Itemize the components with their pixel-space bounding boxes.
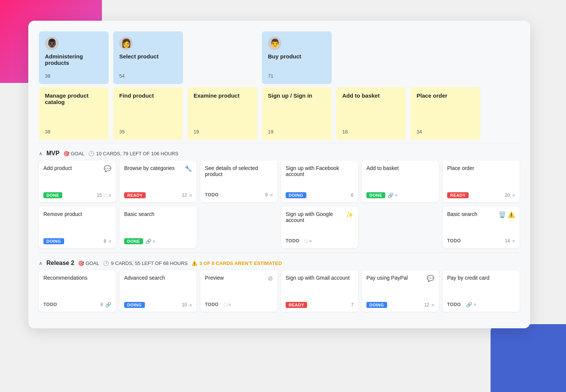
kanban-card-remove-product[interactable]: Remove product DOING 8 ≡ — [39, 207, 116, 248]
kanban-card-advanced-search[interactable]: Advanced search DOING 10 ≡ — [120, 270, 197, 312]
release2-title[interactable]: Release 2 — [46, 260, 74, 266]
kanban-card-basic-search-mvp[interactable]: Basic search DONE 🔗 ≡ — [120, 207, 197, 248]
card-title-basic-search: Basic search — [124, 211, 192, 217]
kanban-card-add-product[interactable]: Add product 💬 DONE 15 □ ≡ — [39, 161, 116, 202]
epic-number-ep1: 38 — [45, 73, 103, 79]
mvp-goal[interactable]: 🎯 GOAL — [63, 151, 85, 156]
badge-todo-preview: TODO — [205, 301, 221, 308]
card-title-signup-fb: Sign up with Facebook account — [286, 165, 354, 177]
count-browse: 12 — [182, 193, 187, 198]
meta-preview: □ ≡ — [224, 302, 231, 308]
meta-credit: 🔗 ≡ — [466, 302, 476, 308]
release2-warning: ⚠️ 3 OF 8 CARDS AREN'T ESTIMATED — [191, 260, 281, 266]
release2-section-header: ∧ Release 2 🎯 GOAL 🕐 9 CARDS, 55 LEFT OF… — [39, 256, 520, 270]
epic-card-manage-catalog[interactable]: Manage product catalog 38 — [39, 87, 109, 140]
kanban-card-place-order[interactable]: Place order READY 20 ≡ — [443, 161, 520, 202]
epic-card-buy-product[interactable]: 👨 Buy product 71 — [262, 31, 332, 84]
meta-rec: 🔗 — [105, 302, 111, 308]
avatar-ep2: 👩 — [119, 37, 133, 50]
epic-card-find-product[interactable]: Find product 35 — [113, 87, 183, 140]
epic-title-ep4b: Sign up / Sign in — [268, 92, 326, 125]
goal-icon-r2: 🎯 — [78, 260, 84, 266]
card-title-remove-product: Remove product — [43, 211, 111, 217]
meta-paypal: ≡ — [431, 302, 434, 308]
mvp-title[interactable]: MVP — [46, 150, 60, 157]
epic-card-administering[interactable]: 👨🏿 Administering products 38 — [39, 31, 109, 84]
epic-card-signup-signin[interactable]: Sign up / Sign in 19 — [262, 87, 332, 140]
count-see-details: 9 — [265, 192, 268, 198]
clock-icon-r2: 🕐 — [103, 260, 109, 266]
card-icon-browse: 🔧 — [185, 165, 192, 172]
count-signup-fb: 6 — [351, 193, 354, 198]
release2-warning-label: 3 OF 8 CARDS AREN'T ESTIMATED — [199, 260, 281, 266]
card-title-add-product: Add product — [43, 165, 102, 171]
avatar-ep4: 👨 — [268, 37, 281, 50]
count-paypal: 12 — [424, 302, 429, 308]
card-icon-signup-google: ✨ — [346, 211, 354, 218]
epic-card-examine-product[interactable]: Examine product 19 — [188, 87, 257, 140]
kanban-card-preview[interactable]: Preview ⊘ TODO □ ≡ — [200, 270, 277, 312]
epic-title-ep2: Select product — [119, 53, 177, 69]
badge-done-basic-search: DONE — [124, 238, 143, 244]
avatar-ep1: 👨🏿 — [45, 37, 58, 50]
kanban-card-browse-categories[interactable]: Browse by categories 🔧 READY 12 ≡ — [120, 161, 197, 202]
mvp-stats-label: 10 CARDS, 79 LEFT OF 106 HOURS — [96, 151, 178, 156]
warning-icon-r2: ⚠️ — [191, 260, 197, 266]
kanban-card-empty1 — [200, 207, 277, 248]
epic-title-ep1: Administering products — [45, 53, 103, 69]
epic-title-ep4: Buy product — [268, 53, 326, 69]
release2-chevron[interactable]: ∧ — [39, 260, 43, 266]
epic-number-ep4: 71 — [268, 73, 326, 79]
mvp-kanban-row2: Remove product DOING 8 ≡ Basic search DO… — [39, 207, 520, 248]
epic-title-ep5b: Add to basket — [342, 92, 400, 125]
epics-row-yellow: Manage product catalog 38 Find product 3… — [39, 87, 520, 140]
kanban-card-pay-paypal[interactable]: Pay using PayPal 💬 DOING 12 ≡ — [362, 270, 439, 312]
kanban-card-see-details[interactable]: See details of selected product TODO 9 ≡ — [200, 161, 277, 202]
badge-ready-place-order: READY — [447, 192, 469, 198]
card-icon-basic-search-r: 🗑️ ⚠️ — [498, 211, 515, 218]
meta-basic-search-r: ≡ — [512, 238, 515, 244]
epic-title-ep6b: Place order — [417, 92, 474, 125]
count-adv-search: 10 — [182, 302, 187, 308]
badge-todo-rec: TODO — [43, 301, 60, 308]
count-add-product: 15 — [97, 193, 102, 198]
card-title-place-order: Place order — [447, 165, 515, 171]
meta-adv-search: ≡ — [189, 302, 192, 308]
card-title-credit: Pay by credit card — [447, 275, 515, 281]
kanban-card-signup-gmail[interactable]: Sign up with Gmail account READY 7 — [281, 270, 358, 312]
epic-card-place-order-epic[interactable]: Place order 34 — [411, 87, 480, 140]
goal-icon: 🎯 — [63, 151, 69, 156]
card-title-see-details: See details of selected product — [205, 165, 273, 177]
badge-todo-signup-google: TODO — [286, 237, 302, 244]
card-title-recommendations: Recommendations — [43, 275, 111, 281]
meta-atb: 🔗 ≡ — [388, 193, 398, 198]
badge-todo-basic-search-r: TODO — [447, 237, 464, 244]
kanban-card-recommendations[interactable]: Recommendations TODO 8 🔗 — [39, 270, 116, 312]
kanban-card-signup-facebook[interactable]: Sign up with Facebook account DOING 6 — [281, 161, 358, 202]
count-basic-search-r: 14 — [505, 238, 510, 243]
release2-goal[interactable]: 🎯 GOAL — [78, 260, 99, 266]
release2-kanban-row1: Recommendations TODO 8 🔗 Advanced search… — [39, 270, 520, 312]
mvp-goal-label: GOAL — [71, 151, 85, 156]
count-rec: 8 — [100, 302, 103, 307]
card-title-browse: Browse by categories — [124, 165, 182, 171]
card-icon-paypal: 💬 — [427, 275, 434, 282]
epic-title-ep3b: Examine product — [194, 92, 251, 125]
epic-card-add-to-basket[interactable]: Add to basket 18 — [336, 87, 406, 140]
card-icon-add-product: 💬 — [104, 165, 111, 172]
kanban-card-basic-search-release[interactable]: Basic search 🗑️ ⚠️ TODO 14 ≡ — [443, 207, 520, 248]
main-board: 👨🏿 Administering products 38 👩 Select pr… — [28, 21, 530, 328]
kanban-card-signup-google[interactable]: Sign up with Google account ✨ TODO □ ≡ — [281, 207, 358, 248]
epic-card-select-product[interactable]: 👩 Select product 54 — [113, 31, 183, 84]
count-gmail: 7 — [351, 302, 354, 308]
meta-basic-search: 🔗 ≡ — [145, 239, 155, 244]
release2-stats-label: 9 CARDS, 55 LEFT OF 68 HOURS — [111, 260, 188, 266]
badge-ready-gmail: READY — [286, 302, 307, 308]
mvp-chevron[interactable]: ∧ — [39, 151, 43, 156]
meta-place-order: ≡ — [512, 193, 515, 198]
kanban-card-pay-credit[interactable]: Pay by credit card TODO 🔗 ≡ — [443, 270, 520, 312]
kanban-card-add-to-basket[interactable]: Add to basket DONE 🔗 ≡ — [362, 161, 439, 202]
card-title-basic-search-r: Basic search — [447, 211, 496, 217]
epic-title-ep1b: Manage product catalog — [45, 92, 103, 125]
meta-remove: ≡ — [108, 239, 111, 244]
